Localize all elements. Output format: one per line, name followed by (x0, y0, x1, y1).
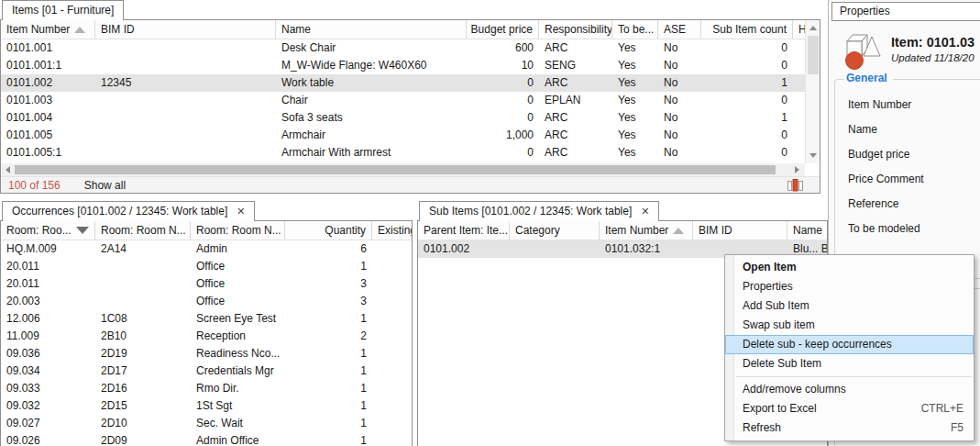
sub-items-table-header: Parent Item: Ite... Category Item Number… (418, 221, 827, 240)
table-row[interactable]: 20.003 Office 3 (1, 293, 412, 310)
table-row[interactable]: 0101.002 12345 Work table 0 ARC Yes No 1 (1, 74, 805, 92)
table-row[interactable]: 0101.001 Desk Chair 600 ARC Yes No 0 (1, 39, 805, 57)
occurrences-table-body: HQ.M.009 2A14 Admin 6 20.011 Office 1 20… (1, 240, 412, 446)
property-field-label[interactable]: Name (848, 117, 980, 142)
table-row[interactable]: 0101.005:1 Armchair With armrest 0 ARC Y… (1, 144, 805, 162)
menu-item-swap-sub-item[interactable]: Swap sub item (725, 316, 974, 335)
table-row[interactable]: 0101.004 Sofa 3 seats 0 ARC Yes No 1 (1, 109, 805, 127)
menu-item-delete-sub-keep-occurrences[interactable]: Delete sub - keep occurrences (725, 335, 974, 354)
vertical-scrollbar-thumb[interactable] (808, 36, 819, 74)
table-row[interactable]: 20.011 Office 1 (1, 258, 412, 275)
column-header-item-number[interactable]: Item Number (1, 20, 95, 39)
table-row[interactable]: 20.011 Office 3 (1, 275, 412, 293)
property-field-label[interactable]: Price Comment (848, 167, 980, 192)
column-header-sub-item-number[interactable]: Item Number (600, 221, 693, 240)
tab-occurrences[interactable]: Occurrences [0101.002 / 12345: Work tabl… (2, 201, 255, 221)
table-row[interactable]: 09.026 2D09 Admin Office 1 (1, 432, 412, 446)
menu-item-export-to-excel[interactable]: Export to ExcelCTRL+E (725, 399, 974, 418)
cell-responsibility: ARC (539, 109, 612, 127)
cell-room-name: Rmo Dir. (191, 380, 285, 397)
filter-icon[interactable] (76, 227, 89, 234)
vertical-scrollbar[interactable] (805, 20, 820, 163)
column-header-ha[interactable]: Ha (793, 20, 805, 39)
cell-room-number: 09.026 (1, 432, 95, 446)
property-field-label[interactable]: Reference (848, 192, 980, 217)
table-row[interactable]: 09.036 2D19 Readiness Nco... 1 (1, 345, 412, 362)
tab-sub-items[interactable]: Sub Items [0101.002 / 12345: Work table]… (419, 201, 659, 221)
column-header-room-2[interactable]: Room: Room N... (95, 221, 191, 240)
cell-ha (793, 57, 805, 74)
menu-item-delete-sub-item[interactable]: Delete Sub Item (725, 354, 974, 374)
column-header-room-3[interactable]: Room: Room N... (191, 221, 285, 240)
cell-budget-price: 0 (467, 74, 539, 92)
cell-bim-id (95, 92, 276, 109)
menu-item-open-item[interactable]: Open Item (725, 258, 974, 277)
horizontal-scrollbar-thumb[interactable] (15, 165, 776, 174)
property-field-label[interactable]: Budget price (848, 142, 980, 167)
table-row[interactable]: 09.027 2D10 Sec. Wait 1 (1, 415, 412, 432)
cell-quantity: 6 (285, 240, 372, 258)
cell-budget-price: 0 (467, 144, 539, 162)
table-row[interactable]: 11.009 2B10 Reception 2 (1, 328, 412, 345)
column-header-budget-price[interactable]: Budget price (467, 20, 539, 39)
scroll-down-icon[interactable] (809, 153, 817, 158)
cell-quantity: 1 (285, 415, 372, 432)
cell-item-number: 0101.005 (1, 127, 95, 144)
cell-to-be: Yes (612, 39, 658, 57)
column-header-responsibility[interactable]: Responsibility (539, 20, 612, 39)
cell-room-name: Admin Office (191, 432, 285, 446)
table-row[interactable]: 0101.005 Armchair 1,000 ARC Yes No 0 (1, 127, 805, 144)
cell-room-number-2: 2D17 (95, 362, 191, 380)
cell-room-name: Sec. Wait (191, 415, 285, 432)
menu-item-add-sub-item[interactable]: Add Sub Item (725, 296, 974, 316)
table-row[interactable]: 0101.003 Chair 0 EPLAN Yes No 0 (1, 92, 805, 109)
column-header-category[interactable]: Category (510, 221, 600, 240)
table-row[interactable]: 0101.001:1 M_W-Wide Flange: W460X60 10 S… (1, 57, 805, 74)
column-header-sub-item-count[interactable]: Sub Item count (701, 20, 793, 39)
cell-room-number-2 (95, 293, 191, 310)
cell-room-number: 09.027 (1, 415, 95, 432)
cell-existing (372, 240, 412, 258)
cell-name: Armchair With armrest (276, 144, 467, 162)
table-row[interactable]: 12.006 1C08 Screen Eye Test 1 (1, 310, 412, 328)
table-row[interactable]: 09.032 2D15 1St Sgt 1 (1, 397, 412, 415)
table-row[interactable]: HQ.M.009 2A14 Admin 6 (1, 240, 412, 258)
close-icon[interactable]: ✕ (237, 206, 245, 217)
context-menu: Open ItemPropertiesAdd Sub ItemSwap sub … (724, 254, 974, 441)
column-header-quantity[interactable]: Quantity (285, 221, 372, 240)
column-header-existing[interactable]: Existing (372, 221, 412, 240)
column-header-sub-name[interactable]: Name (787, 221, 827, 240)
column-header-to-be[interactable]: To be... (612, 20, 658, 39)
cell-to-be: Yes (612, 144, 658, 162)
menu-item-refresh[interactable]: RefreshF5 (725, 418, 974, 438)
property-field-label[interactable]: To be modeled (848, 217, 980, 241)
table-row[interactable]: 09.033 2D16 Rmo Dir. 1 (1, 380, 412, 397)
scroll-left-icon[interactable] (6, 166, 10, 173)
menu-item-properties[interactable]: Properties (725, 277, 974, 296)
cell-existing (372, 275, 412, 293)
column-header-ase[interactable]: ASE (658, 20, 701, 39)
items-table-body: 0101.001 Desk Chair 600 ARC Yes No 0 010… (1, 39, 805, 162)
column-chooser-icon[interactable] (787, 179, 805, 192)
cell-room-number-2: 2D10 (95, 415, 191, 432)
table-row[interactable]: 09.034 2D17 Credentials Mgr 1 (1, 362, 412, 380)
cell-quantity: 1 (285, 362, 372, 380)
column-header-parent-item[interactable]: Parent Item: Ite... (418, 221, 510, 240)
horizontal-scrollbar[interactable] (1, 163, 805, 176)
tab-items[interactable]: Items [01 - Furniture] (2, 0, 124, 20)
close-icon[interactable]: ✕ (641, 206, 649, 217)
cell-to-be: Yes (612, 92, 658, 109)
cell-sub-item-count: 0 (701, 57, 793, 74)
column-header-name[interactable]: Name (276, 20, 467, 39)
column-header-bim-id[interactable]: BIM ID (95, 20, 276, 39)
tab-items-label: Items [01 - Furniture] (12, 1, 114, 20)
scroll-up-icon[interactable] (809, 26, 817, 30)
cell-ase: No (658, 57, 701, 74)
column-header-sub-bim-id[interactable]: BIM ID (693, 221, 787, 240)
column-header-room-1[interactable]: Room: Roo... (1, 221, 95, 240)
menu-item-label: Add/remove columns (743, 381, 963, 398)
menu-item-add-remove-columns[interactable]: Add/remove columns (725, 380, 974, 399)
show-all-link[interactable]: Show all (84, 179, 126, 192)
property-field-label[interactable]: Item Number (848, 93, 980, 117)
scroll-right-icon[interactable] (795, 166, 799, 173)
